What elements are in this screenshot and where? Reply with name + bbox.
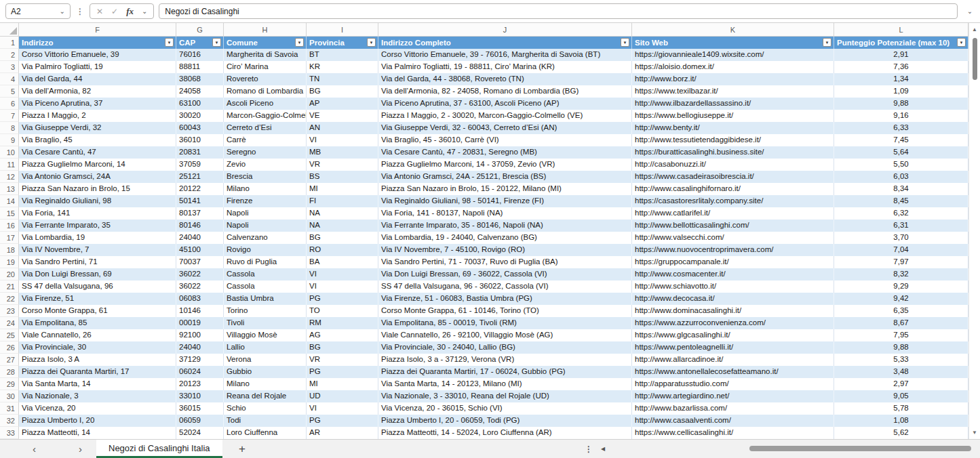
cell[interactable]: http://www.casaalventi.com/ bbox=[632, 415, 834, 427]
cell[interactable]: http://www.catlarifel.it/ bbox=[632, 207, 834, 220]
cell[interactable]: 25121 bbox=[176, 171, 224, 183]
cell[interactable]: BT bbox=[307, 49, 378, 61]
cell[interactable]: Viale Cannatello, 26 bbox=[19, 329, 176, 341]
cell[interactable]: 30020 bbox=[176, 110, 224, 122]
cell[interactable]: Via Reginaldo Giuliani, 98 - 50141, Fire… bbox=[378, 195, 632, 207]
cell[interactable]: VR bbox=[307, 159, 378, 171]
cell[interactable]: Cerreto d’Esi bbox=[224, 122, 307, 134]
cell[interactable]: 00019 bbox=[176, 317, 224, 329]
cell[interactable]: RO bbox=[307, 244, 378, 256]
cell[interactable]: 2,91 bbox=[834, 49, 968, 61]
row-number[interactable]: 7 bbox=[0, 110, 19, 122]
cell[interactable]: 70037 bbox=[176, 256, 224, 268]
header-cell[interactable]: Indirizzo Completo▼ bbox=[378, 37, 632, 49]
cell[interactable]: http://www.artegiardino.net/ bbox=[632, 390, 834, 402]
cell[interactable]: Zevio bbox=[224, 159, 307, 171]
cell[interactable]: Verona bbox=[224, 354, 307, 366]
row-number[interactable]: 32 bbox=[0, 415, 19, 427]
cell[interactable]: Carrè bbox=[224, 134, 307, 146]
cell[interactable]: 3,48 bbox=[834, 366, 968, 378]
add-sheet-icon[interactable]: + bbox=[239, 440, 246, 458]
cell[interactable]: Piazza San Nazaro in Brolo, 15 bbox=[19, 183, 176, 195]
cell[interactable]: AG bbox=[307, 329, 378, 341]
cell[interactable]: 5,62 bbox=[834, 427, 968, 439]
cell[interactable]: MB bbox=[307, 146, 378, 159]
cell[interactable]: Piazza Isolo, 3 a - 37129, Verona (VR) bbox=[378, 354, 632, 366]
cell[interactable]: http://www.dominacasalinghi.it/ bbox=[632, 305, 834, 317]
cell[interactable]: 9,16 bbox=[834, 110, 968, 122]
cell[interactable]: 9,05 bbox=[834, 390, 968, 402]
cell[interactable]: Margherita di Savoia bbox=[224, 49, 307, 61]
name-box[interactable]: A2 ⌄ bbox=[5, 3, 71, 19]
cell[interactable]: AR bbox=[307, 427, 378, 439]
cell[interactable]: Schio bbox=[224, 402, 307, 415]
cell[interactable]: KR bbox=[307, 61, 378, 73]
cell[interactable]: http://www.schiavotto.it/ bbox=[632, 280, 834, 293]
cell[interactable]: 6,33 bbox=[834, 122, 968, 134]
cell[interactable]: 7,36 bbox=[834, 61, 968, 73]
cell[interactable]: 6,03 bbox=[834, 171, 968, 183]
cell[interactable]: 8,32 bbox=[834, 268, 968, 280]
cell[interactable]: TO bbox=[307, 305, 378, 317]
row-number[interactable]: 10 bbox=[0, 146, 19, 159]
cell[interactable]: Via del Garda, 44 - 38068, Rovereto (TN) bbox=[378, 73, 632, 85]
cell[interactable]: https://giovannieale1409.wixsite.com/ bbox=[632, 49, 834, 61]
cell[interactable]: 1,34 bbox=[834, 73, 968, 85]
cell[interactable]: Romano di Lombardia bbox=[224, 85, 307, 98]
formula-input[interactable] bbox=[159, 4, 957, 18]
cancel-icon[interactable]: ✕ bbox=[96, 7, 103, 16]
cell[interactable]: Brescia bbox=[224, 171, 307, 183]
cell[interactable]: Torino bbox=[224, 305, 307, 317]
cell[interactable]: https://www.casadeirasoibrescia.it/ bbox=[632, 171, 834, 183]
cell[interactable]: Cassola bbox=[224, 280, 307, 293]
cell[interactable]: Milano bbox=[224, 183, 307, 195]
row-number[interactable]: 13 bbox=[0, 183, 19, 195]
cell[interactable]: 7,97 bbox=[834, 256, 968, 268]
cell[interactable]: http://www.bazarlissa.com/ bbox=[632, 402, 834, 415]
cell[interactable]: 80137 bbox=[176, 207, 224, 220]
cell[interactable]: https://www.nuovocentroprimavera.com/ bbox=[632, 244, 834, 256]
row-number[interactable]: 5 bbox=[0, 85, 19, 98]
cell[interactable]: Via Sandro Pertini, 71 bbox=[19, 256, 176, 268]
cell[interactable]: Via Sandro Pertini, 71 - 70037, Ruvo di … bbox=[378, 256, 632, 268]
cell[interactable]: Via dell’Armonia, 82 - 24058, Romano di … bbox=[378, 85, 632, 98]
row-number[interactable]: 17 bbox=[0, 232, 19, 244]
cell[interactable]: 8,45 bbox=[834, 195, 968, 207]
cell[interactable]: 50141 bbox=[176, 195, 224, 207]
cell[interactable]: Via Ferrante Imparato, 35 - 80146, Napol… bbox=[378, 220, 632, 232]
row-number[interactable]: 9 bbox=[0, 134, 19, 146]
cell[interactable]: Ascoli Piceno bbox=[224, 98, 307, 110]
row-number[interactable]: 24 bbox=[0, 317, 19, 329]
vertical-scrollbar-thumb[interactable] bbox=[973, 38, 977, 80]
cell[interactable]: Via IV Novembre, 7 - 45100, Rovigo (RO) bbox=[378, 244, 632, 256]
cell[interactable]: BA bbox=[307, 256, 378, 268]
cell[interactable]: Via Palmiro Togliatti, 19 - 88811, Ciro’… bbox=[378, 61, 632, 73]
row-number[interactable]: 14 bbox=[0, 195, 19, 207]
cell[interactable]: 76016 bbox=[176, 49, 224, 61]
row-number[interactable]: 16 bbox=[0, 220, 19, 232]
cell[interactable]: 24058 bbox=[176, 85, 224, 98]
cell[interactable]: PG bbox=[307, 366, 378, 378]
row-number[interactable]: 3 bbox=[0, 61, 19, 73]
cell[interactable]: Via Giuseppe Verdi, 32 bbox=[19, 122, 176, 134]
cell[interactable]: Piazza Matteotti, 14 bbox=[19, 427, 176, 439]
cell[interactable]: 8,34 bbox=[834, 183, 968, 195]
cell[interactable]: BG bbox=[307, 232, 378, 244]
cell[interactable]: 8,67 bbox=[834, 317, 968, 329]
cell[interactable]: Gubbio bbox=[224, 366, 307, 378]
cell[interactable]: Via Antonio Gramsci, 24A - 25121, Bresci… bbox=[378, 171, 632, 183]
cell[interactable]: Via Nazionale, 3 - 33010, Reana del Roja… bbox=[378, 390, 632, 402]
cell[interactable]: 80146 bbox=[176, 220, 224, 232]
sheet-tab-active[interactable]: Negozi di Casalinghi Italia bbox=[96, 440, 222, 458]
row-number[interactable]: 25 bbox=[0, 329, 19, 341]
row-number[interactable]: 28 bbox=[0, 366, 19, 378]
cell[interactable]: 36015 bbox=[176, 402, 224, 415]
cell[interactable]: Piazza Umberto I, 20 - 06059, Todi (PG) bbox=[378, 415, 632, 427]
cell[interactable]: 5,64 bbox=[834, 146, 968, 159]
confirm-icon[interactable]: ✓ bbox=[111, 7, 118, 16]
row-number[interactable]: 6 bbox=[0, 98, 19, 110]
cell[interactable]: Via Ferrante Imparato, 35 bbox=[19, 220, 176, 232]
column-letter-J[interactable]: J bbox=[378, 23, 632, 36]
cell[interactable]: Rovereto bbox=[224, 73, 307, 85]
cell[interactable]: 45100 bbox=[176, 244, 224, 256]
